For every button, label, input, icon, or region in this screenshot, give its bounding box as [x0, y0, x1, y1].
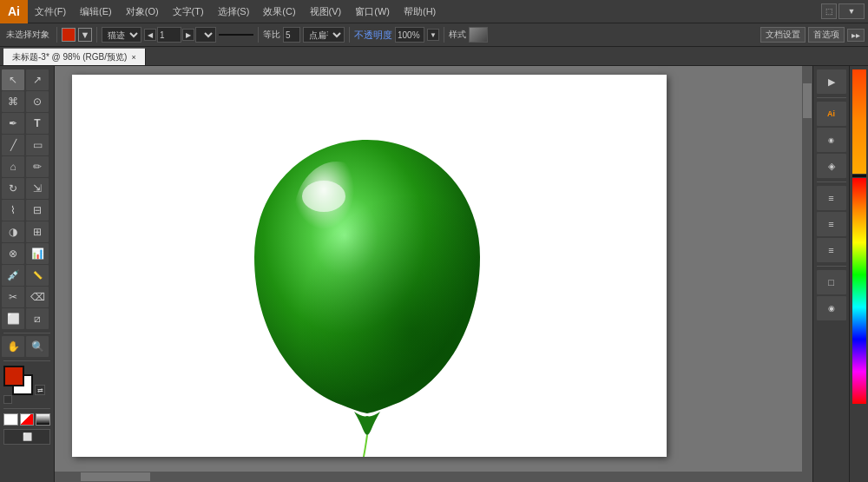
swap-colors-btn[interactable]: ⇄: [35, 385, 45, 395]
text-tool[interactable]: T: [26, 113, 49, 134]
slice-tool[interactable]: ⧄: [26, 308, 49, 329]
rp-divider-3: [817, 266, 846, 267]
eraser-tool[interactable]: ⌫: [26, 287, 49, 307]
pencil-tool[interactable]: ✏: [26, 156, 49, 177]
stroke-width-input[interactable]: [157, 27, 181, 43]
tool-row-12: ⬜ ⧄: [2, 308, 52, 329]
default-colors-btn[interactable]: [3, 395, 12, 404]
fill-color-box[interactable]: [3, 366, 24, 386]
color-swatch-warm[interactable]: [852, 69, 866, 174]
opacity-down[interactable]: ▼: [427, 29, 439, 41]
rp-panel5[interactable]: ≡: [817, 212, 846, 236]
width-up[interactable]: ▶: [182, 29, 194, 41]
mesh-tool[interactable]: ⊞: [26, 221, 49, 242]
color-area: ⇄: [3, 366, 50, 404]
opacity-input[interactable]: [395, 27, 424, 43]
rp-panel6[interactable]: ≡: [817, 238, 846, 262]
style-preview[interactable]: [469, 27, 488, 43]
vscroll-thumb[interactable]: [803, 83, 812, 118]
rp-panel8[interactable]: ◉: [817, 296, 846, 320]
scissors-tool[interactable]: ✂: [2, 287, 24, 307]
workspace-dropdown[interactable]: ▼: [838, 3, 865, 19]
paintbrush-tool[interactable]: ⌂: [2, 156, 24, 177]
toolbar: 未选择对象 ▼ 猫迹 ◀ ▶ px 等比 点扁平 不透明度 ▼ 样式 文档设置 …: [0, 23, 868, 47]
tabbar: 未标题-3* @ 98% (RGB/预览) ×: [0, 47, 868, 66]
screen-mode-area: ⬜: [3, 429, 50, 445]
gradient-indicator[interactable]: [36, 413, 50, 426]
line-tool[interactable]: ╱: [2, 135, 24, 155]
screen-mode-btn[interactable]: ⬜: [3, 429, 50, 445]
scale-tool[interactable]: ⇲: [26, 178, 49, 199]
canvas-scroll[interactable]: [55, 66, 812, 482]
menu-help[interactable]: 帮助(H): [397, 0, 443, 23]
balloon-highlight-small: [302, 181, 345, 212]
direct-selection-tool[interactable]: ↗: [26, 69, 49, 90]
stroke-color-box[interactable]: [62, 28, 76, 42]
ratio-unit-select[interactable]: 点扁平: [303, 27, 345, 43]
menu-text[interactable]: 文字(T): [166, 0, 211, 23]
hscroll-thumb[interactable]: [81, 472, 150, 481]
selection-tool[interactable]: ↖: [2, 69, 24, 90]
rp-ai-btn[interactable]: Ai: [817, 102, 846, 126]
rect-tool[interactable]: ▭: [26, 135, 49, 155]
tool-row-10: 💉 📏: [2, 265, 52, 286]
menu-file[interactable]: 文件(F): [28, 0, 73, 23]
pen-tool[interactable]: ✒: [2, 113, 24, 134]
fill-indicator[interactable]: [3, 413, 18, 426]
lasso-tool[interactable]: ⊙: [26, 91, 49, 112]
ratio-input[interactable]: [283, 27, 300, 43]
free-transform[interactable]: ⊟: [26, 200, 49, 221]
rp-panel2[interactable]: ◉: [817, 128, 846, 152]
menu-effect[interactable]: 效果(C): [256, 0, 302, 23]
width-down[interactable]: ◀: [144, 29, 156, 41]
tab-close-btn[interactable]: ×: [131, 53, 135, 62]
rp-arrow-btn[interactable]: ▶: [817, 69, 846, 94]
tool-divider-1: [3, 333, 50, 333]
rp-panel7[interactable]: □: [817, 270, 846, 294]
stroke-unit-select[interactable]: px: [195, 27, 216, 43]
zoom-tool[interactable]: 🔍: [26, 336, 49, 357]
artboard-tool[interactable]: ⬜: [2, 308, 24, 329]
tool-divider-2: [3, 360, 50, 361]
document-tab[interactable]: 未标题-3* @ 98% (RGB/预览) ×: [3, 48, 146, 65]
tool-row-6: ↻ ⇲: [2, 178, 52, 199]
ratio-label: 等比: [263, 29, 280, 41]
right-panel: ▶ Ai ◉ ◈ ≡ ≡ ≡ □ ◉: [812, 66, 849, 482]
tab-title: 未标题-3* @ 98% (RGB/预览): [12, 51, 127, 63]
warp-tool[interactable]: ⌇: [2, 200, 24, 221]
menu-view[interactable]: 视图(V): [303, 0, 349, 23]
none-indicator[interactable]: [20, 413, 35, 426]
rp-panel3[interactable]: ◈: [817, 154, 846, 178]
rotate-tool[interactable]: ↻: [2, 178, 24, 199]
color-spectrum[interactable]: [852, 178, 866, 404]
more-btn[interactable]: ▸▸: [847, 29, 865, 42]
color-mode-area: [3, 413, 50, 426]
horizontal-scrollbar[interactable]: [55, 472, 802, 482]
tool-row-13: ✋ 🔍: [2, 336, 52, 357]
first-item-btn[interactable]: 首选项: [808, 27, 845, 43]
magic-wand-tool[interactable]: ⌘: [2, 91, 24, 112]
measure-tool[interactable]: 📏: [26, 265, 49, 286]
menu-select[interactable]: 选择(S): [211, 0, 257, 23]
menu-window[interactable]: 窗口(W): [348, 0, 397, 23]
menu-edit[interactable]: 编辑(E): [73, 0, 119, 23]
gradient-tool[interactable]: ◑: [2, 221, 24, 242]
eyedrop-tool[interactable]: 💉: [2, 265, 24, 286]
fill-mode-btn[interactable]: ▼: [78, 28, 92, 42]
opacity-label: 不透明度: [354, 29, 392, 42]
hand-tool[interactable]: ✋: [2, 336, 24, 357]
doc-settings-btn[interactable]: 文档设置: [760, 27, 806, 43]
ai-logo: Ai: [0, 0, 28, 23]
menu-object[interactable]: 对象(O): [119, 0, 166, 23]
workspace-icon[interactable]: ⬚: [821, 3, 837, 19]
vertical-scrollbar[interactable]: [802, 66, 812, 482]
toolbar-sep-2: [96, 27, 97, 43]
rp-panel4[interactable]: ≡: [817, 186, 846, 210]
tool-mode-select[interactable]: 猫迹: [102, 27, 141, 43]
graph-tool[interactable]: 📊: [26, 243, 49, 264]
canvas-area[interactable]: [55, 66, 812, 482]
blend-tool[interactable]: ⊗: [2, 243, 24, 264]
rp-divider-2: [817, 182, 846, 182]
style-label: 样式: [449, 29, 466, 41]
balloon-string-main: [339, 435, 403, 457]
